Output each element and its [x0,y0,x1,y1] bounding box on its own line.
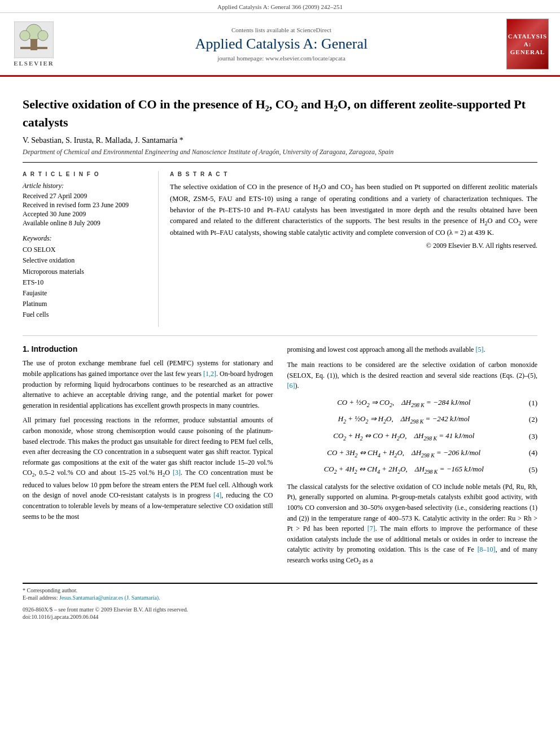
journal-header: ELSEVIER Contents lists available at Sci… [0,13,560,77]
keyword-2: Selective oxidation [23,255,147,266]
abstract-title: A B S T R A C T [170,171,537,177]
equation-2-number: (2) [520,415,537,424]
body-para-3: promising and lowest cost approach among… [287,344,538,355]
divider-vertical [158,171,159,327]
keyword-4: ETS-10 [23,277,147,288]
ref-5[interactable]: [5] [475,346,483,353]
keywords-list: CO SELOX Selective oxidation Microporous… [23,244,147,320]
equation-4-content: CO + 3H2 ⇔ CH4 + H2O, ΔH298 K = −206 kJ/… [287,448,521,458]
top-bar: Applied Catalysis A: General 366 (2009) … [0,0,560,13]
authors: V. Sebastian, S. Irusta, R. Mallada, J. … [23,136,537,145]
article-title-section: Selective oxidation of CO in the presenc… [23,88,537,163]
email-link[interactable]: Jesus.Santamaria@unizar.es (J. Santamarí… [59,595,160,601]
article-footer: * Corresponding author. E-mail address: … [23,583,537,620]
article-info-title: A R T I C L E I N F O [23,171,147,177]
article-title: Selective oxidation of CO in the presenc… [23,97,537,130]
abstract-text: The selective oxidation of CO in the pre… [170,182,537,238]
doi-note: doi:10.1016/j.apcata.2009.06.044 [23,614,537,620]
article-container: Selective oxidation of CO in the presenc… [0,77,560,631]
elsevier-text: ELSEVIER [14,60,54,67]
section-1-heading: 1. Introduction [23,344,273,353]
equation-5-number: (5) [520,465,537,474]
equation-5-row: CO2 + 4H2 ⇔ CH4 + 2H2O, ΔH298 K = −165 k… [287,464,538,476]
email-note: E-mail address: Jesus.Santamaria@unizar.… [23,595,537,601]
body-col-right: promising and lowest cost approach among… [287,344,538,571]
ref-6[interactable]: [6] [287,382,295,390]
keywords-section: Keywords: CO SELOX Selective oxidation M… [23,234,147,320]
body-col-left: 1. Introduction The use of proton exchan… [23,344,273,571]
issn-note: 0926-860X/$ – see front matter © 2009 El… [23,606,537,613]
ref-7[interactable]: [7] [368,525,375,532]
article-history-section: Article history: Received 27 April 2009 … [23,182,147,228]
keyword-5: Faujasite [23,288,147,299]
journal-citation: Applied Catalysis A: General 366 (2009) … [217,3,343,10]
keyword-1: CO SELOX [23,244,147,255]
body-columns: 1. Introduction The use of proton exchan… [23,336,537,571]
equation-1-content: CO + ½O2 ⇒ CO2, ΔH298 K = −284 kJ/mol [287,398,521,408]
equations-area: CO + ½O2 ⇒ CO2, ΔH298 K = −284 kJ/mol (1… [287,397,538,476]
body-para-4: The main reactions to be considered are … [287,360,538,391]
equation-4-row: CO + 3H2 ⇔ CH4 + H2O, ΔH298 K = −206 kJ/… [287,447,538,460]
equation-4-number: (4) [520,448,537,457]
ref-3[interactable]: [3] [173,469,181,477]
equation-3-content: CO2 + H2 ⇔ CO + H2O, ΔH298 K = 41 kJ/mol [287,431,521,442]
keyword-3: Microporous materials [23,267,147,277]
journal-cover-thumbnail: CATALYSIS A: GENERAL [506,19,549,69]
equation-3-number: (3) [520,432,537,441]
ref-1-2[interactable]: [1,2] [203,370,216,378]
equation-3-row: CO2 + H2 ⇔ CO + H2O, ΔH298 K = 41 kJ/mol… [287,430,538,443]
svg-point-3 [20,30,30,41]
abstract-section: A B S T R A C T The selective oxidation … [170,171,537,327]
equation-2-row: H2 + ½O2 ⇒ H2O, ΔH298 K = −242 kJ/mol (2… [287,413,538,426]
ref-8-10[interactable]: [8–10] [478,545,496,553]
accepted-date: Accepted 30 June 2009 [23,210,147,219]
catalysis-logo-text: CATALYSIS A: GENERAL [508,32,547,56]
contents-line: Contents lists available at ScienceDirec… [68,27,495,33]
equation-2-content: H2 + ½O2 ⇒ H2O, ΔH298 K = −242 kJ/mol [287,414,521,425]
keyword-6: Platinum [23,299,147,309]
svg-point-4 [38,30,48,41]
keywords-label: Keywords: [23,234,147,243]
corresponding-author-note: * Corresponding author. [23,587,537,593]
body-para-2: All primary fuel processing reactions in… [23,415,273,522]
article-info-panel: A R T I C L E I N F O Article history: R… [23,171,147,327]
received-date-2: Received in revised form 23 June 2009 [23,201,147,209]
article-info-abstract-row: A R T I C L E I N F O Article history: R… [23,163,537,336]
abstract-copyright: © 2009 Elsevier B.V. All rights reserved… [170,242,537,250]
affiliation: Department of Chemical and Environmental… [23,148,537,156]
journal-center: Contents lists available at ScienceDirec… [56,27,506,62]
journal-title: Applied Catalysis A: General [68,36,495,53]
elsevier-logo-area: ELSEVIER [11,21,56,67]
history-label: Article history: [23,182,147,190]
body-para-1: The use of proton exchange membrane fuel… [23,358,273,410]
equation-1-number: (1) [520,399,537,408]
journal-homepage: journal homepage: www.elsevier.com/locat… [68,55,495,62]
available-online-date: Available online 8 July 2009 [23,219,147,228]
svg-rect-5 [20,47,47,49]
ref-4[interactable]: [4] [213,491,221,499]
elsevier-logo-image [14,21,54,58]
equation-1-row: CO + ½O2 ⇒ CO2, ΔH298 K = −284 kJ/mol (1… [287,397,538,409]
received-date-1: Received 27 April 2009 [23,192,147,200]
body-para-5: The classical catalysts for the selectiv… [287,482,538,567]
keyword-7: Fuel cells [23,309,147,320]
equation-5-content: CO2 + 4H2 ⇔ CH4 + 2H2O, ΔH298 K = −165 k… [287,465,521,475]
